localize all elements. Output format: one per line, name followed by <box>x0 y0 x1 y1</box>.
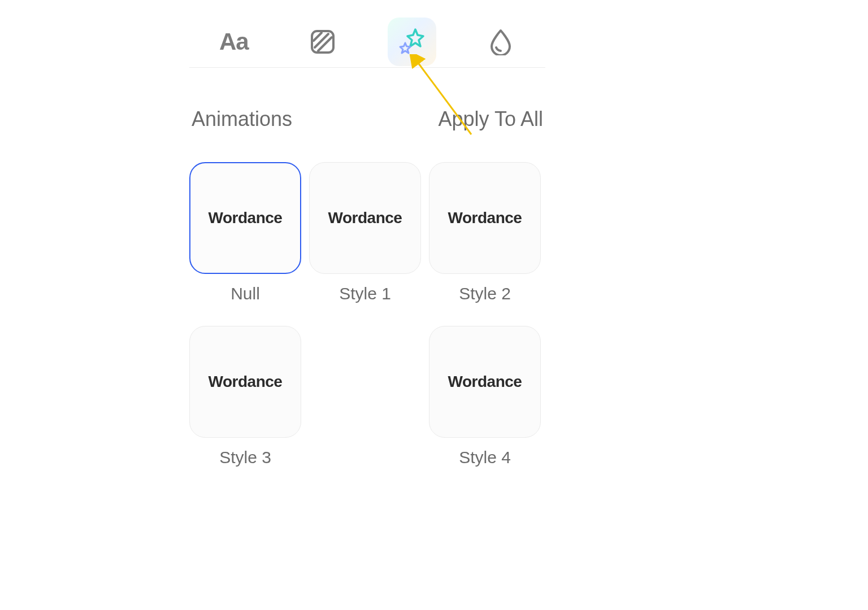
card-preview-text: Wordance <box>209 373 283 391</box>
card-caption: Style 3 <box>189 448 301 467</box>
style-cell: Wordance Style 2 <box>429 162 541 303</box>
animation-style-card[interactable]: Wordance <box>429 326 541 438</box>
svg-line-2 <box>318 37 332 51</box>
section-title: Animations <box>192 107 292 131</box>
tab-animations[interactable] <box>388 18 436 66</box>
animation-style-grid: Wordance Null Wordance Style 1 Wordance … <box>189 162 545 467</box>
editor-tab-bar: Aa <box>189 16 545 68</box>
card-caption: Style 4 <box>429 448 541 467</box>
card-caption: Style 2 <box>429 284 541 303</box>
card-preview-text: Wordance <box>328 209 402 227</box>
style-cell: Wordance Null <box>189 162 301 303</box>
style-cell: Wordance Style 1 <box>309 162 421 303</box>
animation-style-card[interactable]: Wordance <box>309 162 421 274</box>
style-cell: Wordance Style 4 <box>429 326 541 467</box>
card-caption: Null <box>189 284 301 303</box>
style-cell: Wordance Style 3 <box>189 326 301 467</box>
animations-panel: Aa <box>189 16 545 467</box>
tab-texture[interactable] <box>298 18 347 66</box>
svg-rect-0 <box>312 31 333 53</box>
apply-to-all-button[interactable]: Apply To All <box>439 107 543 131</box>
sparkle-stars-icon <box>396 26 428 58</box>
animation-style-card[interactable]: Wordance <box>189 326 301 438</box>
text-aa-icon: Aa <box>219 28 249 55</box>
card-preview-text: Wordance <box>448 373 522 391</box>
animation-style-card[interactable]: Wordance <box>429 162 541 274</box>
card-caption: Style 1 <box>309 284 421 303</box>
tab-opacity[interactable] <box>476 18 525 66</box>
tab-text[interactable]: Aa <box>210 18 258 66</box>
water-drop-icon <box>488 28 513 55</box>
section-header: Animations Apply To All <box>189 107 545 131</box>
card-preview-text: Wordance <box>448 209 522 227</box>
svg-line-3 <box>314 33 322 41</box>
card-preview-text: Wordance <box>209 209 283 227</box>
animation-style-card[interactable]: Wordance <box>189 162 301 274</box>
hatch-square-icon <box>309 28 336 55</box>
